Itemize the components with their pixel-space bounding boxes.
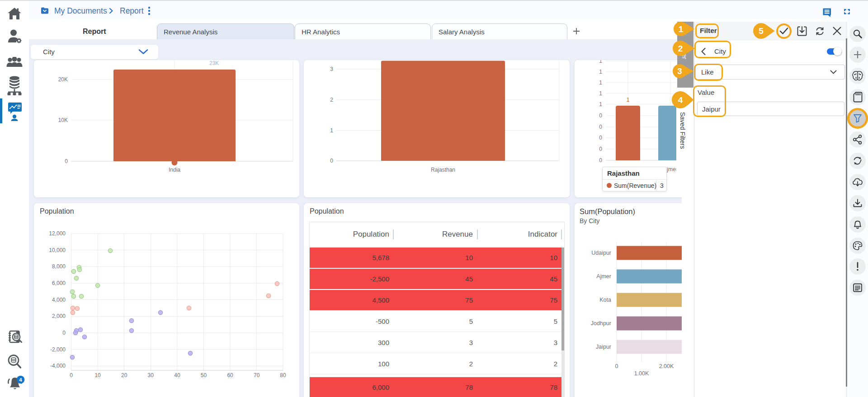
svg-text:Ajmer: Ajmer (596, 273, 611, 280)
svg-text:0: 0 (65, 158, 68, 164)
svg-text:0: 0 (330, 158, 333, 164)
svg-text:50: 50 (201, 372, 207, 378)
svg-text:70: 70 (254, 372, 260, 378)
svg-text:0: 0 (599, 124, 602, 130)
svg-text:Udaipur: Udaipur (591, 250, 611, 256)
svg-text:1: 1 (599, 60, 602, 64)
svg-text:40: 40 (174, 372, 180, 378)
svg-text:1: 1 (599, 69, 602, 75)
svg-text:8,000: 8,000 (52, 263, 66, 270)
svg-text:10K: 10K (58, 117, 68, 123)
svg-text:60: 60 (227, 372, 233, 378)
svg-text:0: 0 (62, 330, 66, 336)
svg-text:3: 3 (330, 66, 333, 72)
svg-text:2,000: 2,000 (52, 313, 66, 319)
svg-text:0: 0 (599, 135, 602, 141)
svg-text:20: 20 (121, 372, 127, 378)
svg-text:23K: 23K (209, 60, 219, 66)
svg-text:80: 80 (280, 372, 286, 378)
svg-text:Jaipur: Jaipur (596, 344, 611, 350)
svg-text:-4,000: -4,000 (50, 363, 66, 369)
svg-text:6,000: 6,000 (52, 280, 66, 286)
svg-text:0: 0 (599, 146, 602, 152)
svg-text:1: 1 (599, 90, 602, 97)
svg-text:Kota: Kota (599, 297, 611, 303)
svg-text:2.00K: 2.00K (659, 363, 674, 369)
svg-text:5: 5 (759, 26, 764, 36)
svg-text:30: 30 (148, 372, 154, 378)
svg-text:2: 2 (330, 97, 333, 103)
svg-text:0: 0 (599, 112, 602, 119)
svg-text:India: India (169, 167, 180, 173)
svg-text:10,000: 10,000 (49, 247, 66, 253)
svg-text:Jodhpur: Jodhpur (591, 320, 611, 327)
svg-text:4: 4 (678, 95, 683, 105)
svg-text:1: 1 (330, 127, 333, 134)
svg-text:4,000: 4,000 (52, 297, 66, 303)
svg-text:1: 1 (599, 79, 602, 86)
svg-text:12,000: 12,000 (49, 230, 66, 237)
svg-text:1: 1 (679, 24, 684, 34)
svg-text:4: 4 (19, 377, 22, 383)
svg-text:-2,000: -2,000 (50, 346, 66, 353)
svg-text:20K: 20K (58, 76, 68, 83)
svg-text:1.00K: 1.00K (634, 370, 649, 377)
svg-text:1: 1 (599, 101, 602, 107)
svg-text:1: 1 (627, 97, 630, 103)
svg-text:0: 0 (70, 372, 73, 378)
svg-text:10: 10 (94, 372, 101, 378)
svg-text:3: 3 (677, 66, 682, 75)
svg-text:Rajasthan: Rajasthan (431, 167, 455, 173)
svg-text:0: 0 (599, 157, 602, 163)
svg-text:0: 0 (615, 363, 618, 369)
svg-text:2: 2 (678, 44, 683, 53)
